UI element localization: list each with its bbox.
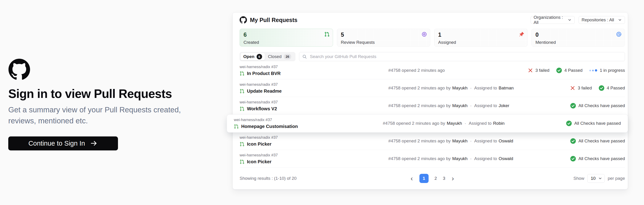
checks-in-progress: 1 in progress [590,68,625,73]
list-toolbar: Open 6 Closed 26 [240,52,625,61]
pr-meta: #4758 opened 2 minutes ago by Mayukh • A… [388,156,513,161]
assigned-to-text: Assigned to [474,139,497,144]
pull-request-row[interactable]: wei-harness/radix #37 Workflows V2 #4758… [240,97,625,115]
checks-all-passed: All Checks have passed [570,103,625,108]
pull-request-icon [324,32,330,37]
progress-dots-icon [590,69,597,72]
assigned-to-text: Assigned to [474,86,497,91]
pull-request-row[interactable]: wei-harness/radix #37 Update Readme #475… [240,79,625,97]
search-box [299,52,625,61]
in-progress-label: 1 in progress [600,68,625,73]
tab-open[interactable]: Open 6 [240,53,265,60]
chevron-down-icon [618,18,622,22]
pull-requests-panel: My Pull Requests Organizations : All Rep… [232,12,628,190]
pull-request-icon [234,124,239,129]
meta-dot: • [465,122,466,125]
continue-sign-in-button[interactable]: Continue to Sign In [8,136,118,150]
tab-closed-label: Closed [268,54,282,59]
pr-title: Update Readme [247,88,282,94]
page-button-1[interactable]: 1 [419,174,428,183]
pr-meta: #4758 opened 2 minutes ago by Mayukh • A… [383,121,504,126]
check-passed-icon [556,68,562,73]
pr-author: Mayukh [452,103,468,108]
list-footer: Showing results : (1-10) of 20 ‹ 1 2 3 ›… [240,168,625,189]
checks-passed: 4 Passed [599,85,625,91]
pull-request-icon [240,106,244,111]
github-logo-icon [8,59,30,80]
pr-assignee: Robin [493,121,505,126]
pr-meta: #4758 opened 2 minutes ago by Mayukh • A… [388,103,509,108]
pull-request-icon [240,142,244,147]
pr-opened-text: #4758 opened 2 minutes ago by [388,103,451,108]
prev-page-button[interactable]: ‹ [410,175,413,182]
pull-request-row[interactable]: wei-harness/radix #37 Icon Picker #4758 … [240,132,625,150]
created-count: 6 [244,32,329,38]
repositories-filter-dropdown[interactable]: Repositories : All [578,16,625,24]
pr-opened-text: #4758 opened 2 minutes ago [388,68,445,73]
x-failed-icon [570,86,575,91]
stat-card-assigned[interactable]: 1 Assigned [434,29,528,46]
checks-all-passed: All Checks have passed [570,156,625,162]
passed-label: 4 Passed [607,86,625,91]
search-input[interactable] [310,54,622,59]
meta-dot: • [470,157,472,161]
checks-failed: 3 failed [570,86,592,91]
chevron-down-icon [568,18,572,22]
check-passed-icon [566,121,572,126]
panel-header: My Pull Requests Organizations : All Rep… [240,16,625,24]
created-label: Created [244,40,329,45]
pull-request-list: wei-harness/radix #37 In Product BVR #47… [240,62,625,168]
pr-checks: All Checks have passed [570,138,625,144]
page-button-3[interactable]: 3 [443,176,446,181]
failed-label: 3 failed [536,68,550,73]
check-passed-icon [570,156,576,162]
checks-all-passed: All Checks have passed [570,138,625,144]
stat-card-review-requests[interactable]: 5 Review Requests [337,29,430,46]
page-size-select[interactable]: 10 [587,174,605,183]
pull-request-row-hovered[interactable]: wei-harness/radix #37 Homepage Customisa… [227,115,628,132]
repo-name: wei-harness/radix #37 [240,65,281,69]
pr-author: Mayukh [447,121,462,126]
tab-closed[interactable]: Closed 26 [265,54,295,59]
next-page-button[interactable]: › [451,175,454,182]
mentioned-count: 0 [536,32,621,38]
check-passed-icon [570,103,576,108]
tab-open-label: Open [243,54,254,59]
repo-name: wei-harness/radix #37 [240,100,278,105]
show-label: Show [573,176,584,181]
pr-checks: All Checks have passed [566,121,621,126]
assigned-to-text: Assigned to [469,121,492,126]
repo-name: wei-harness/radix #37 [240,135,278,140]
state-tabs: Open 6 Closed 26 [240,52,296,61]
pr-title: In Product BVR [247,71,281,76]
assigned-count: 1 [438,32,524,38]
pr-assignee: Oswald [499,139,513,144]
pull-request-row[interactable]: wei-harness/radix #37 In Product BVR #47… [240,62,625,79]
stats-cards: 6 Created 5 Review Requests 1 Assigned 0… [240,29,625,46]
pagination: ‹ 1 2 3 › [410,174,454,183]
all-passed-label: All Checks have passed [574,121,621,126]
stat-card-created[interactable]: 6 Created [240,29,333,46]
assigned-to-text: Assigned to [474,156,497,161]
arrow-right-icon [90,139,98,147]
pr-title: Homepage Customisation [241,124,298,129]
mention-at-icon [616,32,622,37]
meta-dot: • [470,139,472,143]
passed-label: 4 Passed [564,68,582,73]
pr-assignee: Oswald [499,156,513,161]
assigned-label: Assigned [438,40,524,45]
page-button-2[interactable]: 2 [434,176,437,181]
organizations-filter-dropdown[interactable]: Organizations : All [530,16,575,24]
pr-title: Icon Picker [247,159,272,164]
assigned-to-text: Assigned to [474,103,497,108]
stat-card-mentioned[interactable]: 0 Mentioned [532,29,625,46]
mentioned-label: Mentioned [536,40,621,45]
pr-title: Icon Picker [247,142,272,147]
per-page-control: Show 10 per page [573,174,625,183]
pull-request-icon [240,89,244,94]
eye-icon [422,32,427,37]
pr-meta: #4758 opened 2 minutes ago by Mayukh • A… [388,86,514,91]
per-page-label: per page [608,176,625,181]
pull-request-row[interactable]: wei-harness/radix #37 Icon Picker #4758 … [240,150,625,168]
signin-section: Sign in to view Pull Requests Get a summ… [8,59,206,150]
